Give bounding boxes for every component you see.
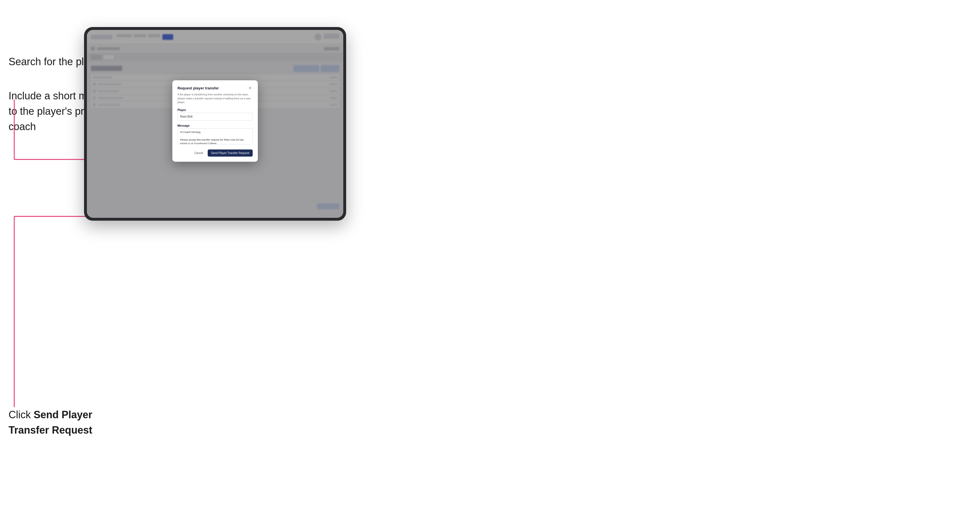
tablet-screen: Request player transfer ✕ If the player …	[87, 30, 343, 218]
modal-header: Request player transfer ✕	[178, 86, 253, 90]
request-transfer-modal[interactable]: Request player transfer ✕ If the player …	[172, 80, 258, 162]
modal-description: If the player is transferring from anoth…	[178, 93, 253, 105]
modal-title: Request player transfer	[178, 86, 219, 90]
modal-overlay: Request player transfer ✕ If the player …	[87, 30, 343, 218]
message-textarea[interactable]: Hi Coach McHarg, Please accept this tran…	[178, 129, 253, 144]
send-transfer-request-button[interactable]: Send Player Transfer Request	[208, 149, 253, 157]
modal-close-button[interactable]: ✕	[248, 86, 253, 90]
player-label: Player	[178, 108, 253, 112]
annotation-click: Click Send Player Transfer Request	[8, 407, 92, 438]
tablet-device: Request player transfer ✕ If the player …	[84, 27, 346, 221]
player-input[interactable]	[178, 113, 253, 121]
modal-footer: Cancel Send Player Transfer Request	[178, 149, 253, 157]
cancel-button[interactable]: Cancel	[192, 150, 205, 156]
message-label: Message	[178, 124, 253, 127]
